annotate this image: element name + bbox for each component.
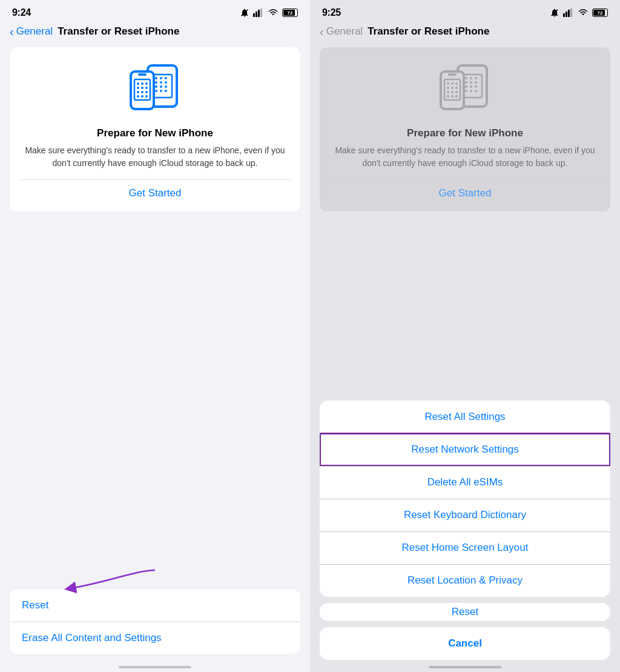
partial-reset-item: Reset xyxy=(320,603,610,621)
battery-icon: 72 xyxy=(282,8,298,17)
svg-point-23 xyxy=(141,82,143,85)
svg-rect-37 xyxy=(568,10,570,17)
svg-rect-1 xyxy=(253,13,255,17)
svg-point-60 xyxy=(451,87,453,89)
left-card-title: Prepare for New iPhone xyxy=(97,127,213,139)
svg-point-30 xyxy=(145,91,148,93)
svg-point-56 xyxy=(447,82,449,85)
svg-point-57 xyxy=(451,82,453,85)
reset-location-privacy-button[interactable]: Reset Location & Privacy xyxy=(320,564,610,597)
cancel-button[interactable]: Cancel xyxy=(320,627,610,660)
right-card-title: Prepare for New iPhone xyxy=(407,127,523,139)
left-status-bar: 9:24 72 xyxy=(0,0,310,23)
svg-point-17 xyxy=(160,90,162,92)
svg-point-8 xyxy=(160,77,162,79)
reset-network-settings-button[interactable]: Reset Network Settings xyxy=(320,433,610,466)
left-panel: 9:24 72 xyxy=(0,0,310,672)
svg-point-31 xyxy=(137,95,139,98)
reset-keyboard-dictionary-button[interactable]: Reset Keyboard Dictionary xyxy=(320,499,610,531)
left-status-icons: 72 xyxy=(240,8,298,18)
svg-point-43 xyxy=(475,77,477,79)
svg-point-47 xyxy=(465,85,467,88)
phone-transfer-icon xyxy=(125,59,185,120)
svg-point-10 xyxy=(155,81,157,84)
right-panel: 9:25 72 ‹ xyxy=(310,0,620,672)
svg-point-29 xyxy=(141,91,143,93)
right-time: 9:25 xyxy=(322,7,341,18)
right-bell-icon xyxy=(550,8,559,18)
svg-point-48 xyxy=(470,85,472,88)
svg-point-44 xyxy=(465,81,467,84)
reset-home-screen-layout-button[interactable]: Reset Home Screen Layout xyxy=(320,531,610,564)
right-card-divider xyxy=(329,179,601,180)
left-bottom-buttons: Reset Erase All Content and Settings xyxy=(10,590,300,654)
svg-rect-36 xyxy=(566,12,567,17)
right-back-chevron-icon: ‹ xyxy=(320,25,324,38)
right-content-card: Prepare for New iPhone Make sure everyth… xyxy=(320,47,610,211)
svg-point-13 xyxy=(155,85,157,88)
right-page-title: Transfer or Reset iPhone xyxy=(368,25,489,38)
left-back-chevron-icon: ‹ xyxy=(10,25,14,38)
svg-point-22 xyxy=(137,82,139,85)
action-sheet: Reset All Settings Reset Network Setting… xyxy=(310,401,620,672)
svg-point-26 xyxy=(141,87,143,89)
action-sheet-main: Reset All Settings Reset Network Setting… xyxy=(320,401,610,597)
right-signal-icon xyxy=(563,8,574,17)
svg-point-33 xyxy=(145,95,148,98)
right-nav-bar: ‹ General Transfer or Reset iPhone xyxy=(310,23,620,42)
svg-point-51 xyxy=(470,90,472,92)
bell-icon xyxy=(240,8,249,18)
right-status-icons: 72 xyxy=(550,8,608,18)
right-battery-icon: 72 xyxy=(592,8,608,17)
svg-point-32 xyxy=(141,95,143,98)
svg-point-46 xyxy=(475,81,477,84)
svg-point-59 xyxy=(447,87,449,89)
svg-rect-2 xyxy=(256,12,257,17)
svg-point-62 xyxy=(447,91,449,93)
svg-point-50 xyxy=(465,90,467,92)
svg-point-11 xyxy=(160,81,162,84)
svg-point-42 xyxy=(470,77,472,79)
left-content-card: Prepare for New iPhone Make sure everyth… xyxy=(10,47,300,211)
delete-all-esims-button[interactable]: Delete All eSIMs xyxy=(320,466,610,499)
reset-button[interactable]: Reset xyxy=(10,590,300,621)
svg-point-15 xyxy=(165,85,167,88)
svg-point-63 xyxy=(451,91,453,93)
right-wifi-icon xyxy=(578,8,589,17)
svg-point-28 xyxy=(137,91,139,93)
svg-point-41 xyxy=(465,77,467,79)
reset-all-settings-button[interactable]: Reset All Settings xyxy=(320,401,610,433)
left-home-indicator xyxy=(119,666,191,668)
svg-point-9 xyxy=(165,77,167,79)
wifi-icon xyxy=(268,8,279,17)
left-get-started-button[interactable]: Get Started xyxy=(129,187,182,199)
svg-point-49 xyxy=(475,85,477,88)
svg-point-52 xyxy=(475,90,477,92)
svg-point-45 xyxy=(470,81,472,84)
left-back-label: General xyxy=(16,25,53,38)
svg-point-64 xyxy=(455,91,458,93)
right-get-started-button[interactable]: Get Started xyxy=(439,187,492,199)
left-card-divider xyxy=(19,179,291,180)
right-card-desc: Make sure everything's ready to transfer… xyxy=(329,144,601,170)
erase-all-button[interactable]: Erase All Content and Settings xyxy=(10,622,300,654)
svg-rect-38 xyxy=(570,8,572,17)
right-status-bar: 9:25 72 xyxy=(310,0,620,23)
left-nav-bar: ‹ General Transfer or Reset iPhone xyxy=(0,23,310,42)
left-page-title: Transfer or Reset iPhone xyxy=(58,25,179,38)
left-back-button[interactable]: ‹ General xyxy=(10,25,53,38)
right-back-button[interactable]: ‹ General xyxy=(320,25,363,38)
svg-point-18 xyxy=(165,90,167,92)
svg-point-24 xyxy=(145,82,148,85)
svg-point-14 xyxy=(160,85,162,88)
left-time: 9:24 xyxy=(12,7,31,18)
svg-point-61 xyxy=(455,87,458,89)
svg-rect-35 xyxy=(563,13,565,17)
svg-point-27 xyxy=(145,87,148,89)
svg-point-7 xyxy=(155,77,157,79)
right-phone-icon xyxy=(435,59,495,120)
svg-rect-3 xyxy=(258,10,260,17)
svg-point-65 xyxy=(447,95,449,98)
signal-icon xyxy=(253,8,264,17)
left-card-desc: Make sure everything's ready to transfer… xyxy=(19,144,291,170)
